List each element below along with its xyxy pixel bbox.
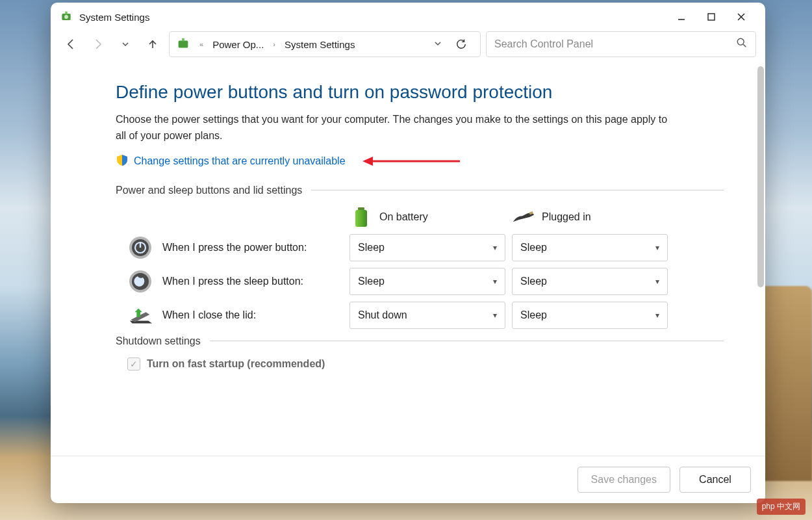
admin-link-row: Change settings that are currently unava… [116, 153, 724, 169]
page-description: Choose the power settings that you want … [116, 112, 674, 144]
search-input[interactable] [494, 38, 731, 50]
minimize-button[interactable] [666, 3, 696, 31]
window-title: System Settings [79, 12, 149, 23]
back-button[interactable] [60, 33, 82, 55]
recent-locations-dropdown[interactable] [114, 33, 136, 55]
refresh-button[interactable] [449, 38, 474, 50]
up-button[interactable] [142, 33, 164, 55]
row-power-label: When I press the power button: [162, 242, 307, 254]
content-area: Define power buttons and turn on passwor… [51, 65, 765, 456]
svg-rect-12 [358, 207, 364, 210]
footer: Save changes Cancel [51, 456, 765, 503]
section-shutdown: Shutdown settings [116, 335, 724, 347]
chevron-down-icon: ▾ [493, 277, 497, 286]
titlebar: System Settings [51, 3, 765, 31]
breadcrumb-sep-icon: › [270, 40, 278, 48]
chevron-down-icon: ▾ [493, 243, 497, 252]
address-bar[interactable]: « Power Op... › System Settings [169, 31, 481, 57]
scrollbar-thumb[interactable] [757, 66, 764, 287]
divider [311, 190, 724, 190]
chevron-down-icon: ▾ [655, 277, 659, 286]
breadcrumb-part1[interactable]: Power Op... [212, 39, 264, 50]
control-panel-window: System Settings « Power Op... › System S… [51, 3, 765, 503]
breadcrumb-part2[interactable]: System Settings [285, 39, 355, 50]
app-icon [60, 10, 73, 23]
column-headers: . On battery Plugged in [116, 207, 724, 228]
svg-rect-8 [182, 38, 184, 42]
svg-rect-7 [179, 41, 188, 48]
save-changes-button[interactable]: Save changes [577, 467, 670, 493]
maximize-button[interactable] [696, 3, 726, 31]
svg-line-10 [743, 44, 746, 47]
select-sleep-battery[interactable]: Sleep▾ [349, 268, 505, 295]
search-box[interactable] [486, 31, 756, 57]
toolbar: « Power Op... › System Settings [51, 31, 765, 65]
desktop-background: System Settings « Power Op... › System S… [0, 0, 812, 520]
section-title-text: Power and sleep buttons and lid settings [116, 185, 302, 196]
chevron-down-icon: ▾ [493, 311, 497, 320]
row-close-lid: When I close the lid: Shut down▾ Sleep▾ [116, 302, 724, 329]
battery-icon [349, 207, 373, 228]
plug-icon [512, 207, 535, 228]
shield-icon [116, 153, 129, 169]
cancel-button[interactable]: Cancel [679, 467, 751, 493]
svg-rect-4 [708, 14, 715, 20]
col-plugged: Plugged in [512, 207, 668, 228]
breadcrumb-prev-icon[interactable]: « [197, 40, 206, 48]
divider [210, 341, 724, 341]
row-sleep-label: When I press the sleep button: [162, 276, 303, 287]
lid-icon [127, 302, 153, 328]
fast-startup-label: Turn on fast startup (recommended) [147, 358, 325, 370]
select-power-battery[interactable]: Sleep▾ [349, 234, 505, 261]
page-heading: Define power buttons and turn on passwor… [116, 82, 724, 103]
svg-point-2 [64, 15, 68, 19]
address-icon [176, 37, 190, 51]
forward-button[interactable] [87, 33, 109, 55]
power-icon [127, 235, 153, 261]
svg-rect-13 [355, 210, 367, 227]
select-lid-plugged[interactable]: Sleep▾ [512, 302, 668, 329]
select-sleep-plugged[interactable]: Sleep▾ [512, 268, 668, 295]
section-power-sleep-lid: Power and sleep buttons and lid settings [116, 185, 724, 196]
page-content: Define power buttons and turn on passwor… [51, 65, 756, 456]
address-dropdown-icon[interactable] [433, 39, 442, 50]
row-lid-label: When I close the lid: [162, 309, 256, 321]
sleep-icon [127, 268, 153, 294]
search-icon[interactable] [736, 37, 748, 51]
select-power-plugged[interactable]: Sleep▾ [512, 234, 668, 261]
fast-startup-checkbox: ✓ [127, 358, 140, 370]
col-battery-label: On battery [379, 211, 428, 223]
vertical-scrollbar[interactable] [756, 65, 765, 456]
row-power-button: When I press the power button: Sleep▾ Sl… [116, 234, 724, 261]
chevron-down-icon: ▾ [655, 311, 659, 320]
close-button[interactable] [726, 3, 756, 31]
row-sleep-button: When I press the sleep button: Sleep▾ Sl… [116, 268, 724, 295]
fast-startup-row: ✓ Turn on fast startup (recommended) [116, 358, 724, 370]
svg-rect-1 [65, 12, 67, 14]
section-shutdown-text: Shutdown settings [116, 335, 201, 347]
col-plugged-label: Plugged in [542, 211, 591, 223]
chevron-down-icon: ▾ [655, 243, 659, 252]
watermark: php 中文网 [757, 499, 806, 515]
change-settings-link[interactable]: Change settings that are currently unava… [134, 155, 346, 167]
svg-point-9 [737, 38, 744, 45]
col-battery: On battery [349, 207, 505, 228]
select-lid-battery[interactable]: Shut down▾ [349, 302, 505, 329]
